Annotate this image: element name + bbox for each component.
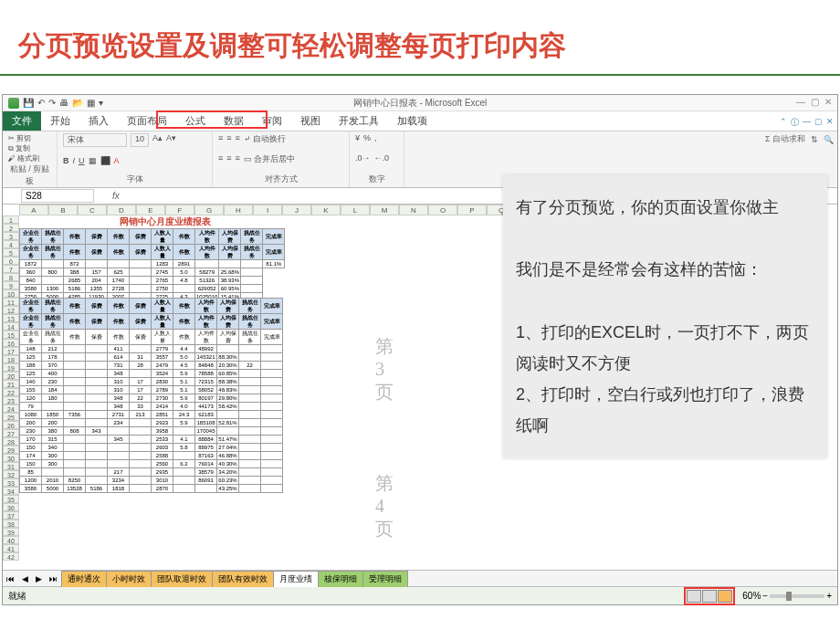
row-header-30[interactable]: 30 — [3, 454, 19, 462]
row-header-39[interactable]: 39 — [3, 528, 19, 536]
sheet-tab-3[interactable]: 团队有效时效 — [212, 571, 274, 587]
row-header-34[interactable]: 34 — [3, 487, 19, 495]
format-painter-button[interactable]: 🖌 格式刷 — [8, 153, 51, 163]
col-header-E[interactable]: E — [136, 205, 165, 215]
wrap-text-button[interactable]: ⤶ 自动换行 — [244, 133, 287, 145]
row-header-37[interactable]: 37 — [3, 511, 19, 520]
decrease-font-icon[interactable]: A▾ — [166, 133, 176, 147]
merge-center-button[interactable]: ▭ 合并后居中 — [244, 153, 296, 165]
row-header-24[interactable]: 24 — [3, 404, 19, 413]
increase-font-icon[interactable]: A▴ — [152, 133, 163, 147]
row-header-32[interactable]: 32 — [3, 470, 19, 478]
row-header-14[interactable]: 14 — [3, 322, 19, 331]
row-header-10[interactable]: 10 — [3, 289, 19, 298]
row-header-4[interactable]: 4 — [3, 240, 19, 248]
underline-button[interactable]: U — [79, 156, 85, 165]
sort-icon[interactable]: ⇅ — [811, 135, 818, 144]
fill-color-button[interactable]: ⬛ — [100, 156, 110, 165]
tab-nav-prev-icon[interactable]: ◀ — [18, 574, 32, 583]
inner-max-icon[interactable]: ▢ — [814, 117, 823, 129]
row-header-22[interactable]: 22 — [3, 388, 19, 396]
row-header-26[interactable]: 26 — [3, 421, 19, 429]
find-icon[interactable]: 🔍 — [824, 135, 834, 144]
row-header-2[interactable]: 2 — [3, 224, 19, 232]
close-icon[interactable]: ✕ — [824, 97, 832, 107]
align-mid-icon[interactable]: ≡ — [226, 133, 231, 145]
row-header-41[interactable]: 41 — [3, 544, 19, 552]
col-header-C[interactable]: C — [78, 205, 107, 215]
col-header-A[interactable]: A — [19, 205, 48, 215]
row-header-31[interactable]: 31 — [3, 462, 19, 470]
row-header-1[interactable]: 1 — [3, 215, 19, 224]
col-header-F[interactable]: F — [165, 205, 194, 215]
col-header-J[interactable]: J — [282, 205, 311, 215]
row-header-9[interactable]: 9 — [3, 281, 19, 289]
col-header-B[interactable]: B — [48, 205, 78, 215]
row-header-12[interactable]: 12 — [3, 306, 19, 314]
tab-nav-next-icon[interactable]: ▶ — [32, 574, 46, 583]
inner-min-icon[interactable]: — — [803, 117, 811, 129]
row-header-40[interactable]: 40 — [3, 536, 19, 544]
col-header-G[interactable]: G — [194, 205, 224, 215]
help-icon[interactable]: ⓘ — [791, 117, 799, 129]
qat-undo-icon[interactable]: ↶ — [37, 98, 45, 108]
tab-home[interactable]: 开始 — [41, 111, 79, 131]
qat-save-icon[interactable]: 💾 — [23, 98, 34, 108]
zoom-out-icon[interactable]: − — [762, 591, 768, 601]
row-header-28[interactable]: 28 — [3, 437, 19, 446]
zoom-in-icon[interactable]: + — [826, 591, 832, 601]
fx-icon[interactable]: fx — [112, 191, 120, 201]
row-header-11[interactable]: 11 — [3, 298, 19, 306]
font-name-combo[interactable]: 宋体 — [63, 133, 127, 147]
qat-redo-icon[interactable]: ↷ — [48, 98, 56, 108]
align-top-icon[interactable]: ≡ — [218, 133, 223, 145]
page-break-preview-button[interactable] — [718, 590, 732, 603]
row-header-21[interactable]: 21 — [3, 380, 19, 388]
sheet-tab-4[interactable]: 月度业绩 — [273, 571, 319, 587]
align-bot-icon[interactable]: ≡ — [236, 133, 240, 145]
row-header-17[interactable]: 17 — [3, 347, 19, 355]
page-layout-view-button[interactable] — [702, 590, 717, 603]
copy-button[interactable]: ⧉ 复制 — [8, 143, 51, 153]
zoom-level[interactable]: 60% — [742, 591, 761, 601]
col-header-K[interactable]: K — [311, 205, 341, 215]
align-left-icon[interactable]: ≡ — [218, 153, 223, 165]
row-header-36[interactable]: 36 — [3, 503, 19, 511]
currency-icon[interactable]: ¥ — [355, 133, 360, 142]
row-header-33[interactable]: 33 — [3, 478, 19, 487]
col-header-H[interactable]: H — [224, 205, 253, 215]
align-right-icon[interactable]: ≡ — [236, 153, 240, 165]
inner-close-icon[interactable]: ✕ — [826, 117, 834, 129]
align-center-icon[interactable]: ≡ — [226, 153, 231, 165]
qat-open-icon[interactable]: 📂 — [72, 98, 83, 108]
col-header-I[interactable]: I — [253, 205, 282, 215]
tab-nav-first-icon[interactable]: ⏮ — [3, 574, 18, 583]
col-header-D[interactable]: D — [107, 205, 136, 215]
tab-addins[interactable]: 加载项 — [388, 111, 436, 131]
font-color-button[interactable]: A — [114, 156, 120, 165]
row-header-8[interactable]: 8 — [3, 273, 19, 281]
row-header-23[interactable]: 23 — [3, 396, 19, 404]
maximize-icon[interactable]: ▢ — [811, 97, 819, 107]
row-header-27[interactable]: 27 — [3, 429, 19, 437]
border-button[interactable]: ▦ — [89, 156, 97, 165]
bold-button[interactable]: B — [63, 156, 69, 165]
sheet-tab-2[interactable]: 团队取退时效 — [151, 571, 213, 587]
row-header-3[interactable]: 3 — [3, 232, 19, 240]
row-header-5[interactable]: 5 — [3, 248, 19, 257]
italic-button[interactable]: I — [73, 156, 76, 165]
cut-button[interactable]: ✂ 剪切 — [8, 133, 51, 143]
tab-insert[interactable]: 插入 — [79, 111, 118, 131]
col-header-N[interactable]: N — [399, 205, 428, 215]
qat-print-icon[interactable]: 🖶 — [59, 98, 68, 108]
col-header-O[interactable]: O — [428, 205, 457, 215]
row-header-16[interactable]: 16 — [3, 339, 19, 347]
col-header-L[interactable]: L — [341, 205, 370, 215]
sheet-tab-5[interactable]: 核保明细 — [318, 571, 363, 587]
qat-more-icon[interactable]: ▾ — [99, 98, 103, 108]
tab-view[interactable]: 视图 — [291, 111, 330, 131]
sheet-tab-1[interactable]: 小时时效 — [106, 571, 152, 587]
increase-decimal-icon[interactable]: .0→ — [355, 153, 371, 163]
autosum-button[interactable]: Σ 自动求和 — [765, 133, 805, 145]
col-header-M[interactable]: M — [370, 205, 399, 215]
